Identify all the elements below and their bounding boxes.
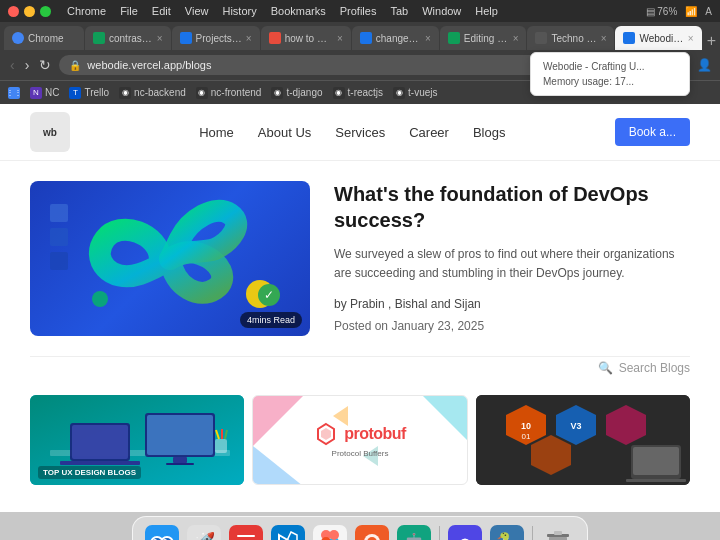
search-placeholder[interactable]: Search Blogs	[619, 361, 690, 375]
dock-finder[interactable]	[143, 523, 181, 540]
bookmark-nc-frontend[interactable]: ◉ nc-frontend	[196, 87, 262, 99]
tab-close-icon[interactable]: ×	[513, 33, 519, 44]
dock-arc[interactable]	[446, 523, 484, 540]
trello-icon: T	[69, 87, 81, 99]
tab-close-icon[interactable]: ×	[246, 33, 252, 44]
dock-python[interactable]: 🐍	[488, 523, 526, 540]
svg-rect-13	[166, 463, 194, 465]
reload-button[interactable]: ↻	[37, 55, 53, 75]
apps-grid-icon: ⋮⋮	[8, 87, 20, 99]
tab-close-icon[interactable]: ×	[688, 33, 694, 44]
nav-career[interactable]: Career	[409, 125, 449, 140]
tab-favicon	[93, 32, 105, 44]
nav-services[interactable]: Services	[335, 125, 385, 140]
tab-close-icon[interactable]: ×	[157, 33, 163, 44]
blog-card-binary[interactable]: 10 01 V3	[476, 395, 690, 485]
dock-separator	[439, 526, 440, 540]
bookmark-t-vuejs[interactable]: ◉ t-vuejs	[393, 87, 437, 99]
close-button[interactable]	[8, 6, 19, 17]
menu-tab[interactable]: Tab	[390, 5, 408, 17]
blog-card-ux[interactable]: TOP UX DESIGN BLOGS	[30, 395, 244, 485]
back-button[interactable]: ‹	[8, 55, 17, 75]
menu-view[interactable]: View	[185, 5, 209, 17]
url-text: webodie.vercel.app/blogs	[87, 59, 211, 71]
nc-icon: N	[30, 87, 42, 99]
svg-text:10: 10	[521, 421, 531, 431]
tab-contras[interactable]: contras - Google ... ×	[85, 26, 171, 50]
svg-rect-1	[50, 228, 68, 246]
svg-text:🚀: 🚀	[193, 531, 216, 540]
bookmark-apps[interactable]: ⋮⋮	[8, 87, 20, 99]
search-bar: 🔍 Search Blogs	[0, 357, 720, 383]
dock-postman[interactable]	[353, 523, 391, 540]
bookmark-nc-backend[interactable]: ◉ nc-backend	[119, 87, 186, 99]
tab-close-icon[interactable]: ×	[425, 33, 431, 44]
dock-vscode[interactable]	[269, 523, 307, 540]
tab-favicon	[535, 32, 547, 44]
card-binary-svg: 10 01 V3	[476, 395, 690, 485]
bookmark-t-reactjs[interactable]: ◉ t-reactjs	[333, 87, 384, 99]
menu-history[interactable]: History	[222, 5, 256, 17]
dock-trash[interactable]	[539, 523, 577, 540]
tab-close-icon[interactable]: ×	[601, 33, 607, 44]
new-tab-button[interactable]: +	[707, 32, 716, 50]
bookmark-nc[interactable]: N NC	[30, 87, 59, 99]
menu-window[interactable]: Window	[422, 5, 461, 17]
svg-rect-12	[173, 457, 187, 463]
profile-icon[interactable]: 👤	[697, 58, 712, 72]
tab-techno[interactable]: Techno Electronic... ×	[527, 26, 614, 50]
dock-separator-2	[532, 526, 533, 540]
bookmark-label: nc-frontend	[211, 87, 262, 98]
menu-help[interactable]: Help	[475, 5, 498, 17]
bookmark-trello[interactable]: T Trello	[69, 87, 109, 99]
time-display: A	[705, 6, 712, 17]
bookmark-label: nc-backend	[134, 87, 186, 98]
menu-chrome[interactable]: Chrome	[67, 5, 106, 17]
dock-figma[interactable]	[311, 523, 349, 540]
minimize-button[interactable]	[24, 6, 35, 17]
tooltip-title: Webodie - Crafting U...	[543, 61, 677, 72]
svg-text:🐍: 🐍	[496, 531, 519, 540]
menu-profiles[interactable]: Profiles	[340, 5, 377, 17]
tab-webodie[interactable]: Webodie - Craftin... ×	[615, 26, 701, 50]
menu-bar: Chrome File Edit View History Bookmarks …	[67, 5, 498, 17]
tab-tooltip: Webodie - Crafting U... Memory usage: 17…	[530, 52, 690, 96]
blog-hero-section: ✓ 4mins Read What's the foundation of De…	[0, 161, 720, 356]
maximize-button[interactable]	[40, 6, 51, 17]
tab-chrome[interactable]: Chrome	[4, 26, 84, 50]
bookmark-label: t-vuejs	[408, 87, 437, 98]
menu-file[interactable]: File	[120, 5, 138, 17]
nav-about[interactable]: About Us	[258, 125, 311, 140]
hero-image: ✓ 4mins Read	[30, 181, 310, 336]
blog-card-protobuf[interactable]: protobuf Protocol Buffers	[252, 395, 468, 485]
forward-button[interactable]: ›	[23, 55, 32, 75]
menu-bookmarks[interactable]: Bookmarks	[271, 5, 326, 17]
svg-point-57	[329, 530, 339, 540]
bookmark-t-django[interactable]: ◉ t-django	[271, 87, 322, 99]
book-button[interactable]: Book a...	[615, 118, 690, 146]
svg-marker-18	[253, 396, 303, 446]
hero-read-time: 4mins Read	[240, 312, 302, 328]
tab-howto[interactable]: how to make a con... ×	[261, 26, 351, 50]
tab-close-icon[interactable]: ×	[337, 33, 343, 44]
hero-content: What's the foundation of DevOps success?…	[334, 181, 690, 336]
dock-chatgpt[interactable]: 🤖	[395, 523, 433, 540]
bookmark-label: t-django	[286, 87, 322, 98]
menu-edit[interactable]: Edit	[152, 5, 171, 17]
nav-home[interactable]: Home	[199, 125, 234, 140]
tab-changeprofile[interactable]: change profile in f... ×	[352, 26, 439, 50]
traffic-lights	[8, 6, 51, 17]
site-logo: wb	[30, 112, 70, 152]
hero-date: Posted on January 23, 2025	[334, 319, 690, 333]
bottom-area: 🚀 🤖 🐍	[0, 512, 720, 540]
dock-tasks[interactable]	[227, 523, 265, 540]
svg-rect-36	[145, 525, 179, 540]
tab-label: contras - Google ...	[109, 33, 153, 44]
dock-launchpad[interactable]: 🚀	[185, 523, 223, 540]
nav-blogs[interactable]: Blogs	[473, 125, 506, 140]
svg-rect-68	[554, 531, 562, 535]
hero-description: We surveyed a slew of pros to find out w…	[334, 245, 690, 283]
tab-projects[interactable]: Projects created b... ×	[172, 26, 260, 50]
tab-editing[interactable]: Editing profile & g... ×	[440, 26, 527, 50]
search-icon: 🔍	[598, 361, 613, 375]
